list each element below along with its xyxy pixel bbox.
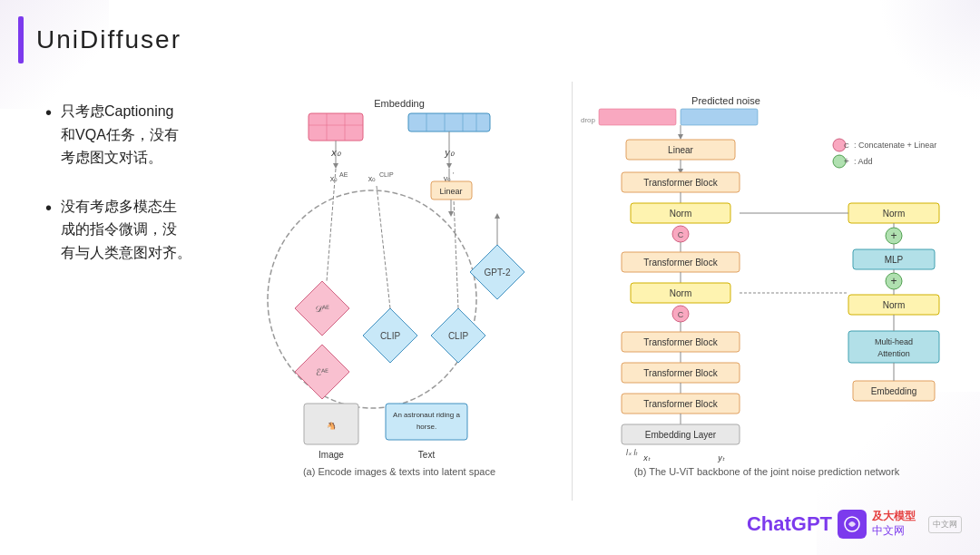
svg-text:+: + bbox=[844, 156, 849, 166]
svg-line-44 bbox=[327, 169, 336, 281]
svg-text:Multi-head: Multi-head bbox=[875, 337, 913, 346]
bullet-item-1: • 只考虑Captioning和VQA任务，没有考虑图文对话。 bbox=[45, 100, 227, 170]
caption-right: (b) The U-ViT backbone of the joint nois… bbox=[572, 466, 962, 477]
main-content: • 只考虑Captioning和VQA任务，没有考虑图文对话。 • 没有考虑多模… bbox=[0, 82, 980, 486]
brand-sub1: 及大模型 bbox=[872, 510, 916, 524]
svg-text:+: + bbox=[890, 275, 897, 287]
page-title: UniDiffuser bbox=[36, 25, 181, 54]
svg-text:Transformer Block: Transformer Block bbox=[643, 399, 718, 409]
svg-text:AE: AE bbox=[339, 171, 348, 178]
svg-text:Linear: Linear bbox=[439, 187, 462, 196]
svg-text:drop: drop bbox=[581, 116, 596, 124]
svg-marker-56 bbox=[678, 134, 683, 140]
embedding-label: Embedding bbox=[374, 98, 425, 109]
svg-text:Linear: Linear bbox=[668, 145, 693, 155]
svg-line-46 bbox=[454, 200, 458, 308]
svg-text:Transformer Block: Transformer Block bbox=[643, 337, 718, 347]
svg-text:Embedding Layer: Embedding Layer bbox=[645, 430, 717, 440]
svg-text:C: C bbox=[678, 230, 684, 239]
svg-marker-48 bbox=[495, 213, 500, 219]
svg-text:Norm: Norm bbox=[670, 209, 691, 219]
bullet-dot-2: • bbox=[45, 195, 52, 265]
svg-text:🐴: 🐴 bbox=[327, 421, 336, 430]
text-panel: • 只考虑Captioning和VQA任务，没有考虑图文对话。 • 没有考虑多模… bbox=[0, 82, 245, 486]
svg-text:Transformer Block: Transformer Block bbox=[643, 258, 718, 268]
svg-text:Attention: Attention bbox=[877, 349, 910, 358]
svg-text:: Add: : Add bbox=[854, 157, 873, 166]
svg-rect-5 bbox=[408, 113, 490, 131]
svg-text:CLIP: CLIP bbox=[379, 171, 394, 178]
svg-text:An astronaut riding a: An astronaut riding a bbox=[393, 411, 460, 419]
diagram-left-svg: Embedding x₀ y₀ x₀ CLIP bbox=[254, 91, 544, 462]
brand-subtitle: 及大模型 中文网 bbox=[872, 510, 916, 538]
svg-text:GPT-2: GPT-2 bbox=[485, 268, 511, 278]
section-divider bbox=[572, 82, 573, 501]
svg-text:CLIP: CLIP bbox=[448, 331, 469, 341]
diagram-right-svg: Predicted noise drop ε̂ₓᵗ ε̂ᵧᵗ Linear T bbox=[572, 91, 962, 462]
svg-marker-14 bbox=[446, 163, 452, 169]
chatgpt-icon bbox=[838, 510, 867, 539]
svg-text:MLP: MLP bbox=[885, 255, 904, 265]
svg-text:yₜ: yₜ bbox=[717, 453, 725, 462]
bullet-item-2: • 没有考虑多模态生成的指令微调，没有与人类意图对齐。 bbox=[45, 195, 227, 265]
watermark: 中文网 bbox=[928, 516, 962, 533]
svg-text:xₜ: xₜ bbox=[642, 453, 651, 462]
svg-text:+: + bbox=[890, 229, 897, 242]
svg-text:′: ′ bbox=[453, 171, 455, 178]
svg-text:: Concatenate + Linear: : Concatenate + Linear bbox=[854, 141, 936, 150]
svg-text:Predicted noise: Predicted noise bbox=[691, 95, 760, 106]
brand-sub2: 中文网 bbox=[872, 524, 916, 539]
svg-text:Norm: Norm bbox=[883, 209, 905, 219]
svg-text:ℰᴬᴱ: ℰᴬᴱ bbox=[316, 367, 328, 377]
svg-marker-12 bbox=[333, 163, 338, 169]
chatgpt-logo-icon bbox=[843, 515, 861, 533]
branding: ChatGPT 及大模型 中文网 中文网 bbox=[747, 510, 962, 539]
diagram-left: Embedding x₀ y₀ x₀ CLIP bbox=[245, 82, 554, 486]
svg-text:CLIP: CLIP bbox=[380, 331, 401, 341]
header: UniDiffuser bbox=[18, 16, 181, 63]
bullet-dot-1: • bbox=[45, 100, 52, 170]
bullet-text-2: 没有考虑多模态生成的指令微调，没有与人类意图对齐。 bbox=[61, 195, 191, 265]
svg-text:𝒟ᴬᴱ: 𝒟ᴬᴱ bbox=[315, 304, 329, 314]
svg-text:Transformer Block: Transformer Block bbox=[643, 368, 718, 378]
svg-text:Embedding: Embedding bbox=[871, 386, 917, 396]
svg-line-45 bbox=[377, 186, 390, 308]
svg-text:x₀: x₀ bbox=[368, 174, 377, 183]
header-bar bbox=[18, 16, 24, 63]
chatgpt-label: ChatGPT bbox=[747, 512, 832, 536]
svg-marker-25 bbox=[448, 211, 454, 217]
diagram-right: Predicted noise drop ε̂ₓᵗ ε̂ᵧᵗ Linear T bbox=[554, 82, 980, 486]
svg-text:Norm: Norm bbox=[883, 300, 905, 310]
caption-left: (a) Encode images & texts into latent sp… bbox=[254, 466, 544, 477]
svg-text:C: C bbox=[844, 141, 849, 150]
svg-text:C: C bbox=[678, 310, 684, 319]
svg-text:Transformer Block: Transformer Block bbox=[643, 178, 718, 188]
svg-text:Image: Image bbox=[318, 450, 344, 460]
svg-rect-53 bbox=[599, 109, 676, 125]
svg-text:horse.: horse. bbox=[416, 423, 436, 431]
bullet-text-1: 只考虑Captioning和VQA任务，没有考虑图文对话。 bbox=[61, 100, 179, 170]
svg-text:lₓ lₜ: lₓ lₜ bbox=[626, 448, 639, 457]
bullet-list: • 只考虑Captioning和VQA任务，没有考虑图文对话。 • 没有考虑多模… bbox=[45, 100, 227, 265]
svg-text:Text: Text bbox=[418, 450, 436, 460]
svg-text:x₀: x₀ bbox=[330, 174, 338, 183]
svg-text:Norm: Norm bbox=[670, 288, 691, 298]
svg-rect-40 bbox=[386, 404, 467, 440]
svg-rect-54 bbox=[681, 109, 758, 125]
svg-rect-0 bbox=[309, 113, 363, 141]
